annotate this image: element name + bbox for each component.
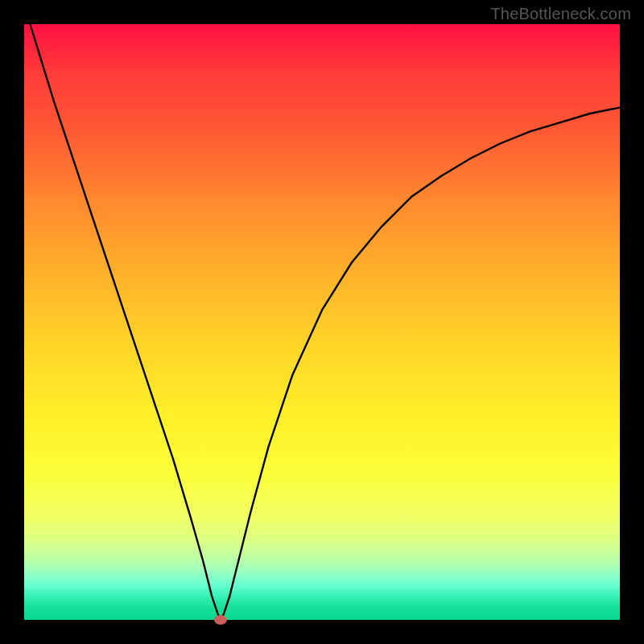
- bottleneck-curve-path: [30, 24, 620, 620]
- watermark-text: TheBottleneck.com: [490, 5, 631, 23]
- bottleneck-minimum-marker: [214, 615, 227, 625]
- bottleneck-curve-svg: [24, 24, 620, 620]
- chart-plot-area: [24, 24, 620, 620]
